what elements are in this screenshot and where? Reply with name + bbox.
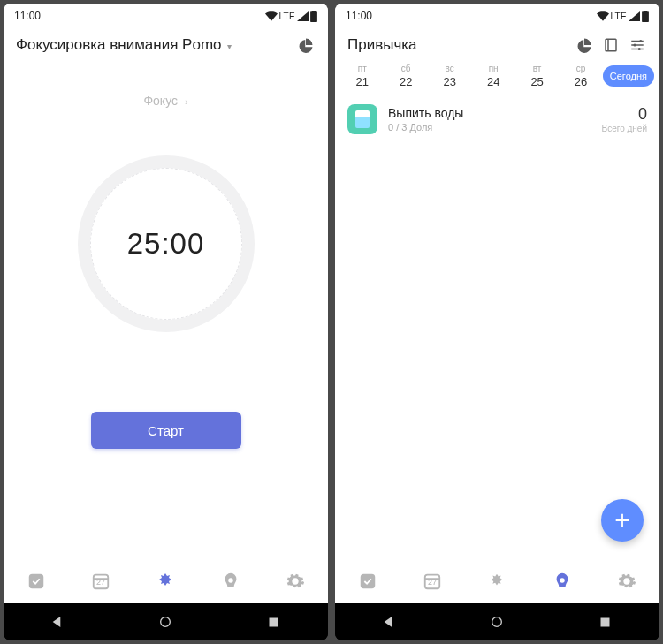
system-nav [4,603,328,640]
status-icons: LTE [265,11,318,22]
svg-rect-5 [270,617,278,626]
day-5[interactable]: ср26 [559,64,602,88]
archive-icon[interactable] [601,35,621,55]
habit-sub: 0 / 3 Доля [388,122,463,133]
sys-recent[interactable] [597,613,614,631]
habit-title: Выпить воды [388,106,463,120]
stats-icon[interactable] [296,35,316,55]
header: Привычка [335,28,659,58]
nav-settings[interactable] [615,570,638,593]
wifi-icon [597,11,609,21]
nav-calendar-day: 27 [428,578,437,587]
statusbar: 11:00 LTE [335,4,659,28]
phone-right: 11:00 LTE Привычка пт21 сб22 [335,4,659,640]
nav-habits[interactable] [551,570,574,593]
day-1[interactable]: сб22 [384,64,427,88]
phone-left: 11:00 LTE Фокусировка внимания Pomo ▾ Фо… [4,4,328,640]
timer: 25:00 [4,155,328,332]
sys-home[interactable] [488,613,506,631]
nav-habits[interactable] [219,570,242,593]
svg-point-14 [560,578,565,583]
habit-count: 0 [601,105,647,124]
signal-icon [297,11,309,21]
start-button[interactable]: Старт [91,412,241,449]
filter-icon[interactable] [628,35,647,55]
water-icon [347,104,377,134]
svg-point-3 [228,578,233,583]
system-nav [335,603,659,640]
focus-label-text: Фокус [143,94,178,108]
lte-label: LTE [611,11,628,21]
timer-circle[interactable]: 25:00 [78,155,255,332]
chevron-right-icon: › [185,96,188,107]
svg-point-4 [161,617,171,627]
svg-point-10 [638,48,641,50]
nav-settings[interactable] [284,570,307,593]
battery-icon [310,11,317,22]
nav-calendar-day: 27 [96,578,105,587]
status-time: 11:00 [14,10,41,22]
nav-pomo[interactable] [154,570,177,593]
day-3[interactable]: пн24 [471,64,514,88]
wifi-icon [265,11,278,21]
habit-item[interactable]: Выпить воды 0 / 3 Доля 0 Всего дней [335,97,659,141]
page-title: Привычка [347,36,417,54]
sys-recent[interactable] [265,613,283,631]
sys-back[interactable] [380,613,398,631]
battery-icon [642,11,649,22]
nav-calendar[interactable]: 27 [421,570,444,593]
nav-calendar[interactable]: 27 [89,570,112,593]
nav-tasks[interactable] [25,570,48,593]
signal-icon [629,11,640,21]
today-button[interactable]: Сегодня [603,65,654,87]
svg-point-8 [639,40,642,42]
bottom-nav: 27 [335,557,659,603]
timer-ticks [90,168,242,320]
status-time: 11:00 [346,10,372,22]
screen-pomo: 11:00 LTE Фокусировка внимания Pomo ▾ Фо… [4,4,328,603]
add-habit-button[interactable] [601,499,644,542]
plus-icon [613,511,632,530]
svg-rect-11 [360,573,375,588]
svg-point-15 [492,617,502,627]
svg-point-9 [634,44,636,47]
week-bar: пт21 сб22 вс23 пн24 вт25 ср26 Сегодня [335,58,659,97]
page-title[interactable]: Фокусировка внимания Pomo ▾ [16,36,232,54]
nav-pomo[interactable] [485,570,508,593]
chevron-down-icon: ▾ [227,42,232,51]
day-4[interactable]: вт25 [515,64,559,88]
sys-back[interactable] [49,613,66,631]
stats-icon[interactable] [575,35,594,55]
status-icons: LTE [597,11,650,22]
lte-label: LTE [279,11,296,21]
statusbar: 11:00 LTE [4,4,328,28]
svg-rect-0 [28,573,43,588]
bottom-nav: 27 [4,557,328,603]
nav-tasks[interactable] [356,570,379,593]
screen-habits: 11:00 LTE Привычка пт21 сб22 [335,4,659,603]
sys-home[interactable] [156,613,174,631]
habit-stats: 0 Всего дней [601,105,647,133]
day-2[interactable]: вс23 [428,64,471,88]
svg-rect-6 [606,39,616,51]
svg-rect-16 [601,617,610,626]
page-title-text: Фокусировка внимания Pomo [16,36,222,53]
focus-label[interactable]: Фокус › [4,94,328,108]
day-0[interactable]: пт21 [340,64,384,88]
habit-count-label: Всего дней [601,124,647,133]
habit-text: Выпить воды 0 / 3 Доля [388,106,463,133]
header: Фокусировка внимания Pomo ▾ [4,28,328,58]
